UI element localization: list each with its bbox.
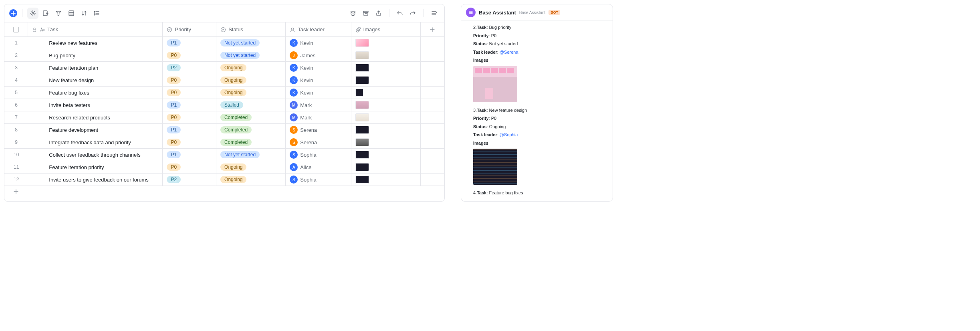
image-thumbnail[interactable] <box>355 76 369 84</box>
cell-status[interactable]: Not yet started <box>216 149 286 161</box>
image-thumbnail[interactable] <box>355 176 369 184</box>
cell-status[interactable]: Completed <box>216 111 286 123</box>
table-row[interactable]: 1Review new featuresP1Not yet startedKKe… <box>4 37 444 49</box>
cell-status[interactable]: Ongoing <box>216 87 286 99</box>
image-thumbnail[interactable] <box>355 126 369 134</box>
image-thumbnail[interactable] <box>355 89 363 97</box>
cell-status[interactable]: Completed <box>216 136 286 148</box>
cell-leader[interactable]: JJames <box>286 49 351 61</box>
image-thumbnail[interactable] <box>355 101 369 109</box>
table-row[interactable]: 5Feature bug fixesP0OngoingKKevin <box>4 87 444 99</box>
cell-status[interactable]: Ongoing <box>216 174 286 186</box>
cell-status[interactable]: Ongoing <box>216 74 286 86</box>
table-row[interactable]: 12Invite users to give feedback on our f… <box>4 174 444 186</box>
cell-images[interactable] <box>351 62 421 74</box>
cell-priority[interactable]: P0 <box>163 87 216 99</box>
cell-leader[interactable]: KKevin <box>286 37 351 49</box>
cell-priority[interactable]: P1 <box>163 37 216 49</box>
image-thumbnail[interactable] <box>355 113 369 121</box>
cell-priority[interactable]: P2 <box>163 62 216 74</box>
cell-leader[interactable]: SSophia <box>286 149 351 161</box>
assistant-image[interactable] <box>473 66 517 102</box>
mention-link[interactable]: @Sophia <box>500 132 518 137</box>
cell-images[interactable] <box>351 136 421 148</box>
cell-task[interactable]: Feature iteration priority <box>28 161 163 173</box>
column-priority[interactable]: Priority <box>163 22 216 36</box>
cell-priority[interactable]: P1 <box>163 124 216 136</box>
table-row[interactable]: 7Research related productsP0CompletedMMa… <box>4 111 444 124</box>
image-thumbnail[interactable] <box>355 51 369 59</box>
cell-status[interactable]: Ongoing <box>216 62 286 74</box>
cell-priority[interactable]: P0 <box>163 74 216 86</box>
reminder-icon[interactable] <box>347 8 359 19</box>
cell-images[interactable] <box>351 37 421 49</box>
image-thumbnail[interactable] <box>355 163 369 171</box>
cell-task[interactable]: Feature development <box>28 124 163 136</box>
cell-images[interactable] <box>351 74 421 86</box>
collapse-icon[interactable] <box>428 8 440 19</box>
header-checkbox[interactable] <box>4 22 28 36</box>
share-icon[interactable] <box>373 8 384 19</box>
table-row[interactable]: 8Feature developmentP1CompletedSSerena <box>4 124 444 136</box>
cell-task[interactable]: Integrate feedback data and priority <box>28 136 163 148</box>
column-leader[interactable]: Task leader <box>286 22 351 36</box>
table-row[interactable]: 2Bug priorityP0Not yet startedJJames <box>4 49 444 62</box>
cell-priority[interactable]: P0 <box>163 161 216 173</box>
add-column-button[interactable] <box>421 22 444 36</box>
cell-status[interactable]: Not yet started <box>216 49 286 61</box>
cell-leader[interactable]: SSophia <box>286 174 351 186</box>
add-button[interactable] <box>9 9 17 17</box>
cell-priority[interactable]: P2 <box>163 174 216 186</box>
filter-icon[interactable] <box>53 8 64 19</box>
cell-images[interactable] <box>351 49 421 61</box>
table-row[interactable]: 10Collect user feedback through channels… <box>4 149 444 161</box>
cell-priority[interactable]: P1 <box>163 149 216 161</box>
cell-task[interactable]: Bug priority <box>28 49 163 61</box>
mention-link[interactable]: @Serena <box>500 50 518 54</box>
cell-task[interactable]: Review new features <box>28 37 163 49</box>
add-row-button[interactable] <box>4 186 444 197</box>
sort-icon[interactable] <box>79 8 90 19</box>
redo-icon[interactable] <box>407 8 418 19</box>
image-thumbnail[interactable] <box>355 39 369 47</box>
column-images[interactable]: Images <box>351 22 421 36</box>
assistant-image[interactable] <box>473 149 517 185</box>
cell-leader[interactable]: MMark <box>286 99 351 111</box>
cell-images[interactable] <box>351 87 421 99</box>
cell-priority[interactable]: P0 <box>163 136 216 148</box>
cell-images[interactable] <box>351 149 421 161</box>
column-status[interactable]: Status <box>216 22 286 36</box>
cell-status[interactable]: Ongoing <box>216 161 286 173</box>
cell-leader[interactable]: KKevin <box>286 74 351 86</box>
cell-leader[interactable]: AAlice <box>286 161 351 173</box>
image-thumbnail[interactable] <box>355 151 369 159</box>
table-row[interactable]: 3Feature iteration planP2OngoingKKevin <box>4 62 444 74</box>
cell-task[interactable]: Feature bug fixes <box>28 87 163 99</box>
cell-task[interactable]: Invite users to give feedback on our for… <box>28 174 163 186</box>
group-icon[interactable] <box>66 8 77 19</box>
row-height-icon[interactable] <box>91 8 103 19</box>
table-row[interactable]: 11Feature iteration priorityP0OngoingAAl… <box>4 161 444 174</box>
cell-task[interactable]: New feature design <box>28 74 163 86</box>
cell-task[interactable]: Research related products <box>28 111 163 123</box>
cell-task[interactable]: Invite beta testers <box>28 99 163 111</box>
cell-leader[interactable]: MMark <box>286 111 351 123</box>
cell-status[interactable]: Completed <box>216 124 286 136</box>
cell-status[interactable]: Stalled <box>216 99 286 111</box>
table-row[interactable]: 6Invite beta testersP1StalledMMark <box>4 99 444 111</box>
cell-status[interactable]: Not yet started <box>216 37 286 49</box>
cell-leader[interactable]: KKevin <box>286 62 351 74</box>
column-task[interactable]: Task <box>28 22 163 36</box>
cell-leader[interactable]: SSerena <box>286 124 351 136</box>
undo-icon[interactable] <box>394 8 405 19</box>
cell-images[interactable] <box>351 124 421 136</box>
cell-images[interactable] <box>351 174 421 186</box>
cell-images[interactable] <box>351 161 421 173</box>
cell-leader[interactable]: SSerena <box>286 136 351 148</box>
image-thumbnail[interactable] <box>355 64 369 72</box>
gear-icon[interactable] <box>27 8 38 19</box>
cell-priority[interactable]: P0 <box>163 49 216 61</box>
cell-priority[interactable]: P1 <box>163 99 216 111</box>
image-thumbnail[interactable] <box>355 138 369 146</box>
table-row[interactable]: 9Integrate feedback data and priorityP0C… <box>4 136 444 149</box>
